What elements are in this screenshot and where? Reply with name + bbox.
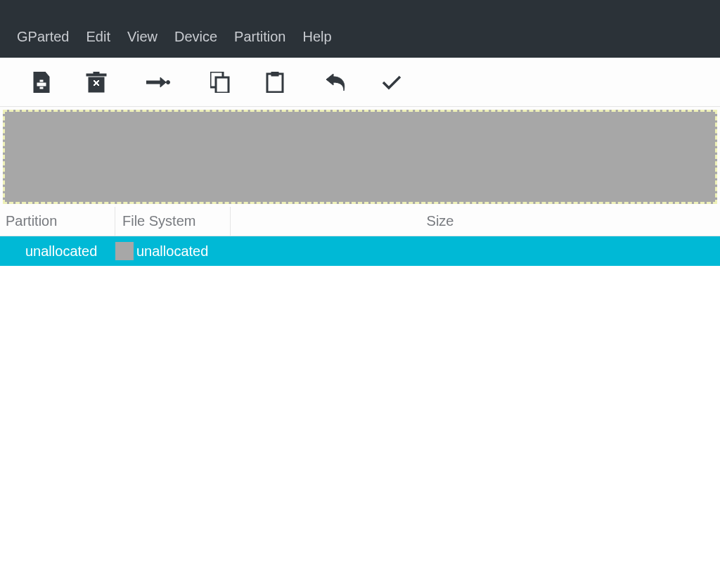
- undo-button[interactable]: [309, 58, 364, 107]
- svg-rect-1: [37, 82, 46, 87]
- copy-icon: [210, 72, 230, 93]
- new-partition-button[interactable]: [14, 58, 69, 107]
- menu-partition[interactable]: Partition: [226, 26, 294, 48]
- trash-icon: [85, 72, 108, 93]
- table-row[interactable]: unallocated unallocated: [0, 236, 720, 266]
- row-partition-label: unallocated: [0, 243, 115, 260]
- column-header-filesystem[interactable]: File System: [115, 207, 231, 236]
- menu-view[interactable]: View: [119, 26, 166, 48]
- table-header: Partition File System Size: [0, 207, 720, 236]
- menubar: GParted Edit View Device Partition Help: [0, 0, 720, 58]
- menu-device[interactable]: Device: [166, 26, 226, 48]
- resize-move-button[interactable]: [131, 58, 186, 107]
- column-header-partition[interactable]: Partition: [0, 207, 115, 236]
- filesystem-color-swatch: [115, 242, 134, 260]
- partition-unallocated-bar[interactable]: [3, 110, 717, 204]
- svg-rect-3: [94, 72, 99, 74]
- document-plus-icon: [32, 72, 51, 93]
- row-filesystem-label: unallocated: [136, 243, 208, 260]
- menu-help[interactable]: Help: [294, 26, 340, 48]
- paste-button[interactable]: [248, 58, 302, 107]
- apply-button[interactable]: [364, 58, 419, 107]
- row-filesystem-cell: unallocated: [115, 242, 256, 260]
- arrow-right-icon: [146, 75, 170, 89]
- copy-button[interactable]: [193, 58, 248, 107]
- svg-rect-8: [267, 74, 283, 92]
- delete-button[interactable]: [69, 58, 124, 107]
- check-icon: [382, 75, 401, 90]
- column-header-size[interactable]: Size: [231, 213, 720, 229]
- clipboard-icon: [266, 72, 284, 93]
- svg-point-5: [167, 80, 170, 84]
- menu-gparted[interactable]: GParted: [8, 26, 77, 48]
- svg-rect-7: [216, 77, 229, 93]
- menu-edit[interactable]: Edit: [77, 26, 118, 48]
- partition-visual-area: [0, 107, 720, 207]
- svg-rect-9: [271, 72, 278, 76]
- toolbar: [0, 58, 720, 107]
- undo-icon: [326, 74, 347, 91]
